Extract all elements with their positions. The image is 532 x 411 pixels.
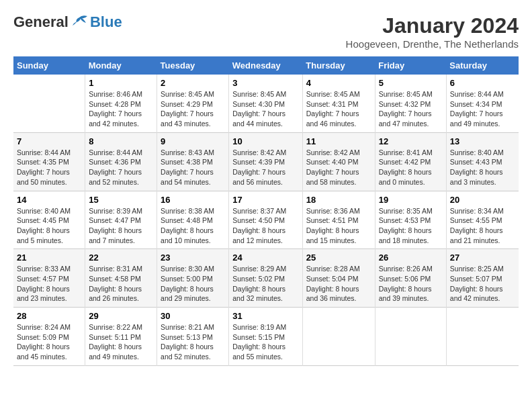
logo: General Blue bbox=[13, 13, 122, 31]
day-info: Sunrise: 8:29 AMSunset: 5:02 PMDaylight:… bbox=[232, 264, 298, 304]
calendar-cell: 18Sunrise: 8:36 AMSunset: 4:51 PMDayligh… bbox=[302, 191, 375, 249]
calendar-table: SundayMondayTuesdayWednesdayThursdayFrid… bbox=[13, 56, 519, 366]
week-row-1: 7Sunrise: 8:44 AMSunset: 4:35 PMDaylight… bbox=[13, 132, 519, 191]
day-number: 19 bbox=[379, 195, 443, 205]
day-info: Sunrise: 8:28 AMSunset: 5:04 PMDaylight:… bbox=[306, 264, 371, 304]
calendar-cell: 2Sunrise: 8:45 AMSunset: 4:29 PMDaylight… bbox=[157, 75, 229, 132]
day-number: 1 bbox=[89, 78, 153, 88]
day-number: 20 bbox=[450, 195, 515, 205]
calendar-cell: 29Sunrise: 8:22 AMSunset: 5:11 PMDayligh… bbox=[85, 308, 157, 366]
day-number: 6 bbox=[450, 78, 515, 88]
week-row-3: 21Sunrise: 8:33 AMSunset: 4:57 PMDayligh… bbox=[13, 249, 519, 308]
calendar-cell: 19Sunrise: 8:35 AMSunset: 4:53 PMDayligh… bbox=[375, 191, 446, 249]
day-info: Sunrise: 8:39 AMSunset: 4:47 PMDaylight:… bbox=[89, 206, 153, 246]
day-info: Sunrise: 8:45 AMSunset: 4:29 PMDaylight:… bbox=[161, 89, 225, 129]
day-number: 22 bbox=[89, 253, 153, 263]
day-info: Sunrise: 8:44 AMSunset: 4:36 PMDaylight:… bbox=[89, 148, 153, 187]
calendar-cell: 27Sunrise: 8:25 AMSunset: 5:07 PMDayligh… bbox=[446, 249, 519, 308]
day-number: 27 bbox=[450, 253, 515, 263]
day-info: Sunrise: 8:45 AMSunset: 4:30 PMDaylight:… bbox=[232, 89, 298, 129]
day-number: 30 bbox=[161, 311, 225, 321]
day-number: 17 bbox=[232, 195, 298, 205]
day-number: 28 bbox=[17, 311, 81, 321]
calendar-cell: 3Sunrise: 8:45 AMSunset: 4:30 PMDaylight… bbox=[229, 75, 302, 132]
weekday-header-saturday: Saturday bbox=[446, 56, 519, 75]
weekday-header-wednesday: Wednesday bbox=[229, 56, 302, 75]
day-number: 31 bbox=[232, 311, 298, 321]
calendar-cell: 15Sunrise: 8:39 AMSunset: 4:47 PMDayligh… bbox=[85, 191, 157, 249]
calendar-cell: 30Sunrise: 8:21 AMSunset: 5:13 PMDayligh… bbox=[157, 308, 229, 366]
day-info: Sunrise: 8:40 AMSunset: 4:43 PMDaylight:… bbox=[450, 148, 515, 187]
calendar-cell: 22Sunrise: 8:31 AMSunset: 4:58 PMDayligh… bbox=[85, 249, 157, 308]
calendar-cell: 10Sunrise: 8:42 AMSunset: 4:39 PMDayligh… bbox=[229, 132, 302, 191]
weekday-header-sunday: Sunday bbox=[13, 56, 85, 75]
day-number: 15 bbox=[89, 195, 153, 205]
page-header: General Blue January 2024 Hoogeveen, Dre… bbox=[13, 13, 519, 50]
day-info: Sunrise: 8:31 AMSunset: 4:58 PMDaylight:… bbox=[89, 264, 153, 304]
day-info: Sunrise: 8:25 AMSunset: 5:07 PMDaylight:… bbox=[450, 264, 515, 304]
weekday-header-monday: Monday bbox=[85, 56, 157, 75]
day-number: 2 bbox=[161, 78, 225, 88]
calendar-cell: 16Sunrise: 8:38 AMSunset: 4:48 PMDayligh… bbox=[157, 191, 229, 249]
calendar-cell: 25Sunrise: 8:28 AMSunset: 5:04 PMDayligh… bbox=[302, 249, 375, 308]
calendar-cell: 13Sunrise: 8:40 AMSunset: 4:43 PMDayligh… bbox=[446, 132, 519, 191]
day-number: 11 bbox=[306, 136, 371, 146]
logo-general: General bbox=[13, 13, 69, 31]
day-number: 5 bbox=[379, 78, 443, 88]
day-number: 13 bbox=[450, 136, 515, 146]
day-info: Sunrise: 8:37 AMSunset: 4:50 PMDaylight:… bbox=[232, 206, 298, 246]
day-info: Sunrise: 8:38 AMSunset: 4:48 PMDaylight:… bbox=[161, 206, 225, 246]
calendar-cell: 11Sunrise: 8:42 AMSunset: 4:40 PMDayligh… bbox=[302, 132, 375, 191]
calendar-cell bbox=[375, 308, 446, 366]
calendar-cell bbox=[446, 308, 519, 366]
calendar-cell: 4Sunrise: 8:45 AMSunset: 4:31 PMDaylight… bbox=[302, 75, 375, 132]
calendar-cell: 24Sunrise: 8:29 AMSunset: 5:02 PMDayligh… bbox=[229, 249, 302, 308]
day-number: 10 bbox=[232, 136, 298, 146]
day-number: 7 bbox=[17, 136, 81, 146]
calendar-cell: 26Sunrise: 8:26 AMSunset: 5:06 PMDayligh… bbox=[375, 249, 446, 308]
day-info: Sunrise: 8:30 AMSunset: 5:00 PMDaylight:… bbox=[161, 264, 225, 304]
day-info: Sunrise: 8:21 AMSunset: 5:13 PMDaylight:… bbox=[161, 322, 225, 362]
location: Hoogeveen, Drenthe, The Netherlands bbox=[346, 38, 519, 50]
day-info: Sunrise: 8:36 AMSunset: 4:51 PMDaylight:… bbox=[306, 206, 371, 246]
day-number: 3 bbox=[232, 78, 298, 88]
day-number: 23 bbox=[161, 253, 225, 263]
day-info: Sunrise: 8:45 AMSunset: 4:32 PMDaylight:… bbox=[379, 89, 443, 129]
day-info: Sunrise: 8:42 AMSunset: 4:40 PMDaylight:… bbox=[306, 148, 371, 187]
day-number: 21 bbox=[17, 253, 81, 263]
day-info: Sunrise: 8:41 AMSunset: 4:42 PMDaylight:… bbox=[379, 148, 443, 187]
day-number: 25 bbox=[306, 253, 371, 263]
title-block: January 2024 Hoogeveen, Drenthe, The Net… bbox=[346, 13, 519, 50]
day-info: Sunrise: 8:45 AMSunset: 4:31 PMDaylight:… bbox=[306, 89, 371, 129]
day-number: 9 bbox=[161, 136, 225, 146]
calendar-cell: 31Sunrise: 8:19 AMSunset: 5:15 PMDayligh… bbox=[229, 308, 302, 366]
day-number: 29 bbox=[89, 311, 153, 321]
calendar-cell: 14Sunrise: 8:40 AMSunset: 4:45 PMDayligh… bbox=[13, 191, 85, 249]
calendar-cell: 8Sunrise: 8:44 AMSunset: 4:36 PMDaylight… bbox=[85, 132, 157, 191]
calendar-cell: 7Sunrise: 8:44 AMSunset: 4:35 PMDaylight… bbox=[13, 132, 85, 191]
day-number: 8 bbox=[89, 136, 153, 146]
calendar-cell: 21Sunrise: 8:33 AMSunset: 4:57 PMDayligh… bbox=[13, 249, 85, 308]
week-row-4: 28Sunrise: 8:24 AMSunset: 5:09 PMDayligh… bbox=[13, 308, 519, 366]
calendar-cell: 28Sunrise: 8:24 AMSunset: 5:09 PMDayligh… bbox=[13, 308, 85, 366]
day-info: Sunrise: 8:44 AMSunset: 4:34 PMDaylight:… bbox=[450, 89, 515, 129]
calendar-cell: 9Sunrise: 8:43 AMSunset: 4:38 PMDaylight… bbox=[157, 132, 229, 191]
day-info: Sunrise: 8:35 AMSunset: 4:53 PMDaylight:… bbox=[379, 206, 443, 246]
day-number: 14 bbox=[17, 195, 81, 205]
weekday-header-thursday: Thursday bbox=[302, 56, 375, 75]
calendar-cell: 1Sunrise: 8:46 AMSunset: 4:28 PMDaylight… bbox=[85, 75, 157, 132]
day-number: 24 bbox=[232, 253, 298, 263]
weekday-header-row: SundayMondayTuesdayWednesdayThursdayFrid… bbox=[13, 56, 519, 75]
calendar-cell bbox=[302, 308, 375, 366]
logo-bird-icon bbox=[70, 15, 89, 30]
calendar-cell: 23Sunrise: 8:30 AMSunset: 5:00 PMDayligh… bbox=[157, 249, 229, 308]
day-info: Sunrise: 8:22 AMSunset: 5:11 PMDaylight:… bbox=[89, 322, 153, 362]
weekday-header-tuesday: Tuesday bbox=[157, 56, 229, 75]
calendar-cell: 17Sunrise: 8:37 AMSunset: 4:50 PMDayligh… bbox=[229, 191, 302, 249]
day-info: Sunrise: 8:40 AMSunset: 4:45 PMDaylight:… bbox=[17, 206, 81, 246]
day-info: Sunrise: 8:46 AMSunset: 4:28 PMDaylight:… bbox=[89, 89, 153, 129]
day-number: 26 bbox=[379, 253, 443, 263]
calendar-cell: 12Sunrise: 8:41 AMSunset: 4:42 PMDayligh… bbox=[375, 132, 446, 191]
day-number: 18 bbox=[306, 195, 371, 205]
calendar-cell: 6Sunrise: 8:44 AMSunset: 4:34 PMDaylight… bbox=[446, 75, 519, 132]
